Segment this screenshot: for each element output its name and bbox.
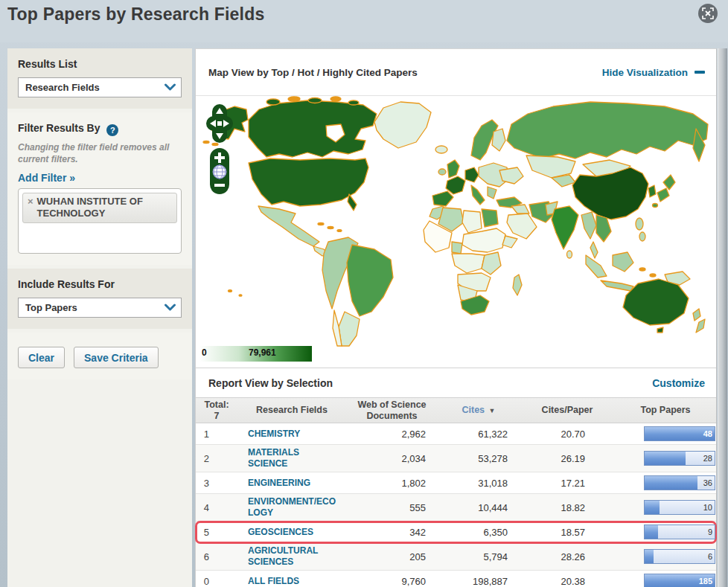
legend-max-value: 79,961 bbox=[249, 347, 276, 358]
row-docs: 2,962 bbox=[346, 429, 438, 440]
results-list-dropdown[interactable]: Research Fields bbox=[18, 77, 182, 97]
row-cites-per-paper: 20.38 bbox=[520, 576, 615, 587]
row-rank: 0 bbox=[196, 576, 237, 587]
row-top-papers: 10 bbox=[615, 500, 716, 515]
map-asia bbox=[507, 102, 708, 291]
hide-visualization-label: Hide Visualization bbox=[602, 67, 688, 78]
total-value: 7 bbox=[196, 411, 237, 421]
row-docs: 205 bbox=[346, 551, 438, 562]
map-north-america bbox=[203, 97, 447, 256]
results-list-section: Results List Research Fields bbox=[7, 48, 192, 109]
total-label: Total: bbox=[196, 400, 237, 410]
row-field: GEOSCIENCES bbox=[237, 526, 346, 538]
column-header-research-fields[interactable]: Research Fields bbox=[237, 405, 346, 415]
legend-min-value: 0 bbox=[202, 347, 207, 358]
save-criteria-button[interactable]: Save Criteria bbox=[74, 347, 159, 368]
row-cites: 53,278 bbox=[438, 453, 520, 464]
top-papers-value: 10 bbox=[703, 501, 712, 514]
row-top-papers: 36 bbox=[615, 475, 716, 490]
field-link[interactable]: CHEMISTRY bbox=[248, 429, 300, 440]
report-view-title: Report View by Selection bbox=[208, 377, 333, 389]
esi-page: Top Papers by Research Fields Results Li… bbox=[0, 0, 728, 587]
row-cites: 5,794 bbox=[438, 551, 520, 562]
field-link[interactable]: AGRICULTURAL SCIENCES bbox=[248, 545, 336, 568]
sort-desc-icon: ▼ bbox=[489, 407, 496, 414]
map-south-america bbox=[322, 237, 393, 346]
vertical-scrollbar[interactable] bbox=[718, 48, 727, 587]
field-link[interactable]: ENGINEERING bbox=[248, 478, 310, 489]
row-top-papers: 6 bbox=[615, 549, 716, 564]
map-zoom-control[interactable] bbox=[210, 148, 229, 194]
row-docs: 1,802 bbox=[346, 478, 438, 489]
help-icon[interactable]: ? bbox=[106, 124, 118, 136]
customize-link[interactable]: Customize bbox=[652, 377, 705, 389]
filter-heading-label: Filter Results By bbox=[18, 122, 100, 134]
top-papers-value: 48 bbox=[703, 427, 712, 440]
map-view-title: Map View by Top / Hot / Highly Cited Pap… bbox=[208, 67, 418, 78]
hide-visualization-link[interactable]: Hide Visualization bbox=[602, 67, 705, 78]
table-row: 3 ENGINEERING 1,802 31,018 17.21 36 bbox=[196, 472, 716, 494]
top-papers-value: 6 bbox=[708, 550, 712, 563]
row-cites: 198,887 bbox=[438, 576, 520, 587]
active-filters-box: × WUHAN INSTITUTE OF TECHNOLOGY bbox=[18, 188, 182, 254]
results-list-dropdown-value: Research Fields bbox=[25, 82, 164, 93]
row-docs: 2,034 bbox=[346, 453, 438, 464]
clear-button[interactable]: Clear bbox=[18, 347, 65, 368]
field-link[interactable]: ENVIRONMENT/ECOLOGY bbox=[248, 496, 336, 519]
fullscreen-icon bbox=[702, 7, 714, 19]
top-papers-bar: 10 bbox=[644, 500, 715, 515]
filter-heading: Filter Results By ? bbox=[18, 122, 182, 136]
row-top-papers: 185 bbox=[615, 574, 716, 587]
report-view-header: Report View by Selection Customize bbox=[196, 368, 716, 397]
top-papers-bar-fill bbox=[645, 476, 697, 490]
row-cites-per-paper: 18.57 bbox=[520, 527, 615, 538]
include-results-heading: Include Results For bbox=[18, 278, 182, 290]
field-link[interactable]: GEOSCIENCES bbox=[248, 527, 313, 538]
row-cites-per-paper: 28.26 bbox=[520, 551, 615, 562]
filter-note: Changing the filter field removes all cu… bbox=[18, 142, 182, 165]
page-header: Top Papers by Research Fields bbox=[0, 0, 728, 42]
column-header-cites-per-paper[interactable]: Cites/Paper bbox=[520, 405, 615, 415]
row-top-papers: 48 bbox=[615, 426, 716, 441]
add-filter-link[interactable]: Add Filter » bbox=[18, 172, 75, 184]
report-rows: 1 CHEMISTRY 2,962 61,322 20.70 48 2 MATE… bbox=[196, 423, 716, 587]
row-field: MATERIALS SCIENCE bbox=[237, 447, 346, 469]
filter-tag[interactable]: × WUHAN INSTITUTE OF TECHNOLOGY bbox=[22, 193, 177, 223]
world-map[interactable] bbox=[196, 96, 717, 368]
column-header-top-papers[interactable]: Top Papers bbox=[615, 405, 716, 415]
top-papers-bar: 185 bbox=[644, 574, 715, 587]
top-papers-bar-fill bbox=[645, 550, 654, 563]
column-header-cites[interactable]: Cites ▼ bbox=[438, 405, 520, 415]
field-link[interactable]: ALL FIELDS bbox=[248, 576, 299, 587]
column-header-total: Total: 7 bbox=[196, 400, 237, 421]
column-header-wos-documents[interactable]: Web of Science Documents bbox=[346, 400, 438, 421]
top-papers-value: 36 bbox=[703, 476, 712, 490]
table-row: 6 AGRICULTURAL SCIENCES 205 5,794 28.26 … bbox=[196, 543, 716, 571]
row-cites-per-paper: 20.70 bbox=[520, 429, 615, 440]
top-papers-bar: 36 bbox=[644, 475, 715, 490]
include-results-dropdown[interactable]: Top Papers bbox=[18, 298, 182, 318]
top-papers-bar-fill bbox=[645, 452, 686, 465]
top-papers-bar-fill bbox=[645, 501, 660, 514]
table-row: 1 CHEMISTRY 2,962 61,322 20.70 48 bbox=[196, 423, 716, 445]
cites-label: Cites bbox=[462, 405, 485, 415]
fullscreen-button[interactable] bbox=[698, 4, 718, 23]
row-cites: 10,444 bbox=[438, 502, 520, 513]
remove-filter-icon[interactable]: × bbox=[28, 196, 33, 208]
results-list-heading: Results List bbox=[18, 58, 182, 70]
sidebar: Results List Research Fields Filter Resu… bbox=[7, 48, 192, 587]
map-view-header: Map View by Top / Hot / Highly Cited Pap… bbox=[196, 49, 716, 96]
top-papers-bar: 9 bbox=[644, 525, 715, 539]
field-link[interactable]: MATERIALS SCIENCE bbox=[248, 447, 336, 469]
row-top-papers: 28 bbox=[615, 451, 716, 466]
criteria-buttons-section: Clear Save Criteria bbox=[7, 333, 192, 379]
row-cites: 31,018 bbox=[438, 478, 520, 489]
row-field: CHEMISTRY bbox=[237, 428, 346, 440]
table-row: 5 GEOSCIENCES 342 6,350 18.57 9 bbox=[196, 522, 716, 543]
top-papers-value: 9 bbox=[708, 525, 712, 539]
chevron-down-icon bbox=[164, 304, 176, 312]
map-pan-control[interactable] bbox=[206, 103, 233, 144]
row-rank: 4 bbox=[196, 502, 237, 513]
map-visualization-area: 0 79,961 bbox=[196, 96, 716, 368]
table-row: 0 ALL FIELDS 9,760 198,887 20.38 185 bbox=[196, 571, 716, 587]
